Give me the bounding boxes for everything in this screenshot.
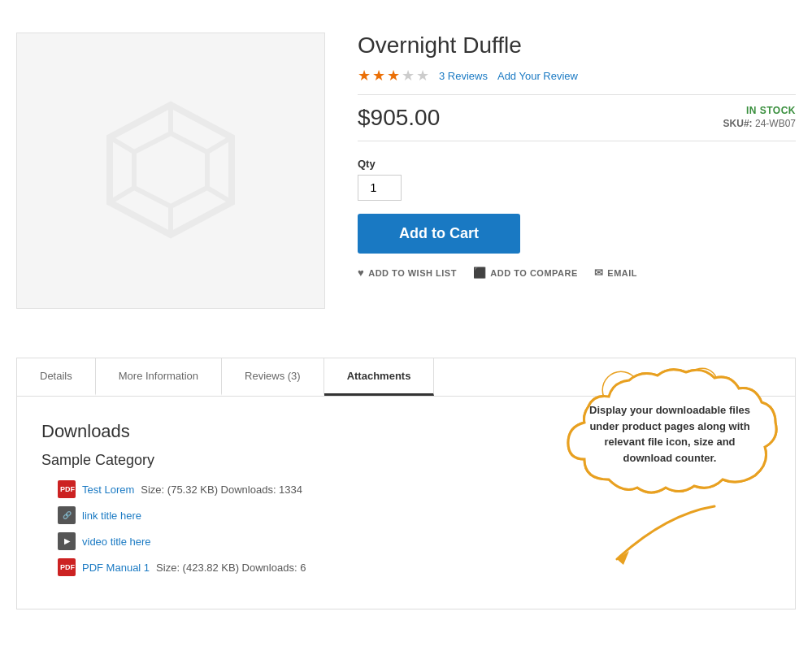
callout-text: Display your downloadable files under pr… [576,394,763,474]
tab-more-information[interactable]: More Information [96,358,222,396]
add-to-cart-button[interactable]: Add to Cart [358,214,520,254]
compare-icon: ⬛ [473,267,487,279]
tab-attachments[interactable]: Attachments [324,358,435,396]
sku-value: 24-WB07 [755,118,796,129]
svg-line-7 [110,137,134,152]
star-4: ★ [402,67,415,85]
stock-badge: IN STOCK [723,105,796,116]
email-link[interactable]: ✉ EMAIL [594,267,637,279]
svg-marker-1 [134,133,207,206]
star-3: ★ [387,67,400,85]
compare-link[interactable]: ⬛ ADD TO COMPARE [473,267,578,279]
svg-line-4 [207,188,232,202]
file-link-3[interactable]: video title here [82,536,151,548]
price-stock-row: $905.00 IN STOCK SKU#: 24-WB07 [358,94,796,141]
sku-label: SKU#: [723,118,753,129]
action-links: ♥ ADD TO WISH LIST ⬛ ADD TO COMPARE ✉ EM… [358,267,796,279]
product-title: Overnight Duffle [358,33,796,59]
svg-line-3 [207,137,232,152]
add-review-link[interactable]: Add Your Review [497,70,578,82]
rating-row: ★ ★ ★ ★ ★ 3 Reviews Add Your Review [358,67,796,85]
link-icon-2: 🔗 [58,506,76,524]
file-link-1[interactable]: Test Lorem [82,484,134,496]
pdf-icon-1: PDF [58,480,76,498]
product-info: Overnight Duffle ★ ★ ★ ★ ★ 3 Reviews Add… [358,33,796,309]
qty-input[interactable] [358,175,402,201]
qty-label: Qty [358,158,796,170]
file-link-4[interactable]: PDF Manual 1 [82,562,150,574]
svg-line-6 [110,188,134,202]
email-icon: ✉ [594,267,604,279]
sku-info: SKU#: 24-WB07 [723,118,796,129]
star-2: ★ [372,67,385,85]
stock-sku-info: IN STOCK SKU#: 24-WB07 [723,105,796,129]
product-image [16,33,325,309]
video-icon-3: ▶ [58,532,76,550]
product-placeholder-icon [89,89,252,254]
callout-wrapper: Display your downloadable files under pr… [560,349,779,574]
reviews-link[interactable]: 3 Reviews [439,70,488,82]
product-price: $905.00 [358,105,440,131]
file-meta-1: Size: (75.32 KB) Downloads: 1334 [141,484,302,496]
tab-details[interactable]: Details [17,358,96,396]
pdf-icon-4: PDF [58,558,76,576]
star-rating: ★ ★ ★ ★ ★ [358,67,429,85]
star-5: ★ [416,67,429,85]
wish-list-link[interactable]: ♥ ADD TO WISH LIST [358,267,457,279]
cloud-svg: Display your downloadable files under pr… [560,349,779,512]
tab-reviews[interactable]: Reviews (3) [222,358,324,396]
file-link-2[interactable]: link title here [82,510,141,522]
star-1: ★ [358,67,371,85]
file-meta-4: Size: (423.82 KB) Downloads: 6 [156,562,306,574]
heart-icon: ♥ [358,267,364,279]
tabs-section: Details More Information Reviews (3) Att… [16,358,796,609]
